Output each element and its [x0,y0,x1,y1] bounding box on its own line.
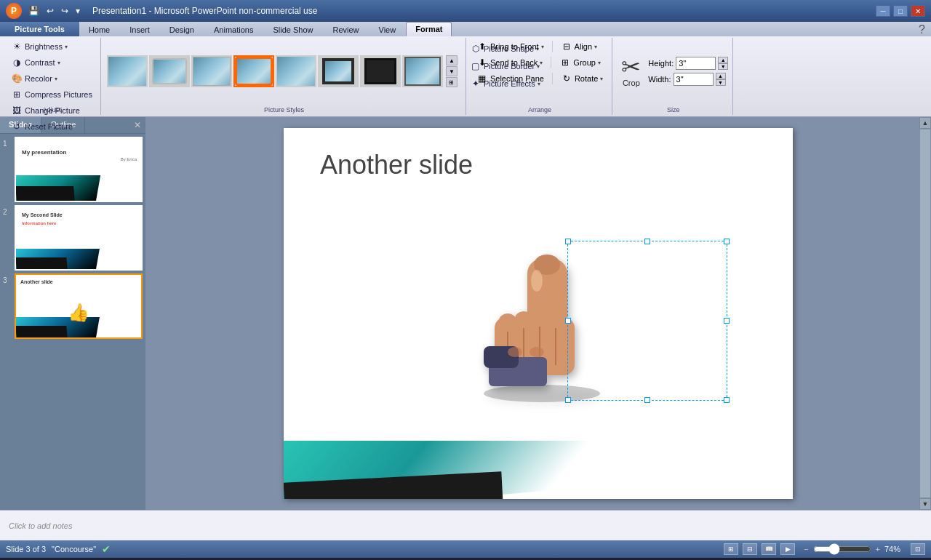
tab-design[interactable]: Design [160,23,204,36]
gallery-more-btn[interactable]: ⊞ [446,77,457,87]
width-spin-down[interactable]: ▼ [716,79,726,86]
tab-home[interactable]: Home [79,23,119,36]
handle-tl[interactable] [565,239,571,244]
width-input[interactable] [674,73,714,86]
slideshow-btn[interactable]: ▶ [780,543,795,555]
selection-pane-btn[interactable]: ▦ Selection Pane [472,71,548,86]
zoom-slider[interactable] [813,545,871,553]
handle-mr[interactable] [724,318,730,324]
finger-3 [531,311,548,325]
notes-area[interactable]: Click to add notes [0,510,931,540]
gallery-scroll-down[interactable]: ▼ [446,66,457,76]
reading-view-btn[interactable]: 📖 [762,543,776,555]
separator-1 [552,41,553,52]
slide-info: Slide 3 of 3 [6,545,46,553]
tab-format[interactable]: Format [406,22,452,36]
redo-quick-btn[interactable]: ↪ [59,4,71,17]
handle-bm[interactable] [644,397,650,403]
brightness-dropdown-arrow: ▾ [65,44,68,50]
tab-review[interactable]: Review [323,23,368,36]
group-icon: ⊞ [559,57,571,68]
picture-tools-label: Picture Tools [0,22,79,36]
style-thumb-6[interactable] [318,55,359,87]
tab-view[interactable]: View [369,23,406,36]
height-input[interactable] [676,57,716,70]
reset-icon: ↺ [11,121,23,132]
crop-btn[interactable]: ✂ Crop [618,55,644,87]
save-quick-btn[interactable]: 💾 [26,4,41,17]
maximize-btn[interactable]: □ [893,5,908,17]
style-thumb-8[interactable] [402,55,443,87]
height-spin-down[interactable]: ▼ [718,63,728,70]
brightness-btn[interactable]: ☀ Brightness ▾ [7,39,71,54]
slide-3-title: Another slide [20,279,53,284]
office-logo-icon[interactable]: P [6,3,22,19]
height-spin: ▲ ▼ [718,57,728,70]
separator-2 [551,57,551,68]
thumbs-up-image[interactable] [458,244,618,423]
slide-1-sub: By Erica [121,157,137,161]
contrast-btn[interactable]: ◑ Contrast ▾ [7,55,64,70]
bring-to-front-icon: ⬆ [476,41,488,52]
rotate-btn[interactable]: ↻ Rotate ▾ [556,71,607,86]
recolor-btn[interactable]: 🎨 Recolor ▾ [7,71,61,86]
send-to-back-btn[interactable]: ⬇ Send to Back ▾ [472,55,547,70]
fit-btn[interactable]: ⊡ [911,543,925,555]
tab-slideshow[interactable]: Slide Show [263,23,322,36]
style-thumb-4[interactable] [233,55,274,87]
more-quick-btn[interactable]: ▾ [73,4,82,17]
group-btn[interactable]: ⊞ Group ▾ [555,55,605,70]
crop-icon: ✂ [621,55,641,79]
gallery-scroll-up[interactable]: ▲ [446,55,457,65]
scroll-up-btn[interactable]: ▲ [919,117,931,129]
status-right: ⊞ ⊟ 📖 ▶ − + 74% ⊡ [724,543,925,555]
slide-canvas[interactable]: Another slide [284,128,793,499]
handle-br[interactable] [724,397,730,403]
tab-animations[interactable]: Animations [204,23,263,36]
zoom-plus-icon[interactable]: + [876,545,880,553]
style-thumb-1[interactable] [107,55,148,87]
send-to-back-row: ⬇ Send to Back ▾ ⊞ Group ▾ [472,55,607,70]
slide-title[interactable]: Another slide [320,150,473,180]
minimize-btn[interactable]: ─ [876,5,890,17]
height-spin-up[interactable]: ▲ [718,57,728,63]
sidebar-close-btn[interactable]: ✕ [129,117,145,133]
slide-thumb-1[interactable]: My presentation By Erica [15,137,143,202]
handle-tm[interactable] [644,239,650,244]
handle-tr[interactable] [724,239,730,244]
brightness-icon: ☀ [11,41,23,52]
slide-sorter-btn[interactable]: ⊟ [743,543,757,555]
scroll-track[interactable] [920,129,930,497]
width-spin-up[interactable]: ▲ [716,73,726,79]
style-thumb-7[interactable] [360,55,401,87]
normal-view-btn[interactable]: ⊞ [724,543,738,555]
reset-picture-btn[interactable]: ↺ Reset Picture [7,119,76,134]
size-group-content: ✂ Crop Height: ▲ ▼ Width: [618,39,728,113]
gallery-scroll: ▲ ▼ ⊞ [446,55,457,87]
canvas-area[interactable]: Another slide [145,117,931,510]
bring-to-front-btn[interactable]: ⬆ Bring to Front ▾ [472,39,548,54]
size-group: ✂ Crop Height: ▲ ▼ Width: [614,38,733,115]
adjust-group: ☀ Brightness ▾ ◑ Contrast ▾ 🎨 Recol [3,38,101,115]
slide-3-number: 3 [3,273,12,284]
tab-insert[interactable]: Insert [120,23,159,36]
title-text: Presentation1 - Microsoft PowerPoint non… [92,6,317,16]
scroll-down-btn[interactable]: ▼ [919,498,931,510]
style-thumb-3[interactable] [191,55,232,87]
rotate-icon: ↻ [561,73,572,84]
theme-info: "Concourse" [52,545,96,553]
style-thumb-2[interactable] [149,55,190,87]
close-btn[interactable]: ✕ [911,5,925,17]
titlebar: P 💾 ↩ ↪ ▾ Presentation1 - Microsoft Powe… [0,0,931,22]
style-thumb-5[interactable] [276,55,316,87]
picture-styles-gallery [107,55,443,87]
slide-thumb-2[interactable]: My Second Slide Information here [15,205,143,271]
align-btn[interactable]: ⊟ Align ▾ [556,39,602,54]
slide-thumb-3[interactable]: Another slide 👍 [15,273,143,339]
picture-styles-group: ▲ ▼ ⊞ ⬡ Picture Shape ▾ ▢ Picture Border… [103,38,466,115]
zoom-minus-icon[interactable]: − [804,545,808,553]
compress-pictures-btn[interactable]: ⊞ Compress Pictures [7,87,96,102]
help-icon[interactable]: ? [919,23,925,36]
width-row: Width: ▲ ▼ [648,73,728,86]
undo-quick-btn[interactable]: ↩ [44,4,56,17]
